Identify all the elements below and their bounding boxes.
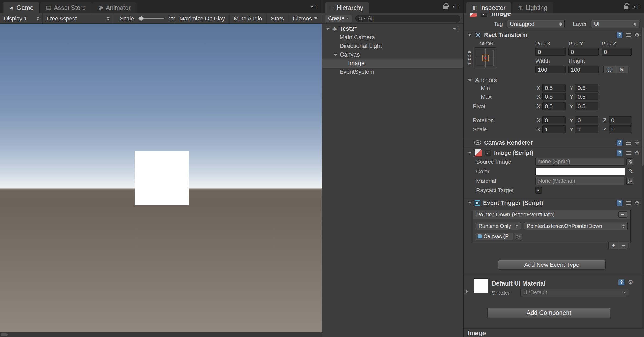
event-target-object-field[interactable]: Canvas (P: [476, 233, 513, 240]
hierarchy-item-main-camera[interactable]: Main Camera: [322, 33, 463, 42]
hierarchy-item-eventsystem[interactable]: EventSystem: [322, 68, 463, 76]
object-picker-icon[interactable]: ◎: [626, 158, 633, 165]
callback-function-dropdown[interactable]: PointerListener.OnPointerDown: [524, 222, 628, 230]
game-panel-menu-icon[interactable]: ≡: [311, 4, 317, 10]
tab-game[interactable]: ◄ Game: [3, 2, 39, 13]
color-swatch[interactable]: [535, 168, 625, 175]
rotation-z-field[interactable]: 0: [609, 116, 632, 124]
create-button[interactable]: Create: [325, 15, 352, 22]
rotation-y-field[interactable]: 0: [575, 116, 598, 124]
scale-y-field[interactable]: 1: [575, 125, 598, 133]
pivot-y-field[interactable]: 0.5: [575, 102, 598, 110]
hierarchy-item-directional-light[interactable]: Directional Light: [322, 42, 463, 50]
foldout-open-icon[interactable]: [468, 152, 472, 154]
pos-y-field[interactable]: 0: [568, 48, 599, 56]
presets-icon[interactable]: [626, 33, 631, 37]
help-icon[interactable]: ?: [617, 150, 622, 156]
hierarchy-search-input[interactable]: All: [355, 15, 460, 22]
gizmos-dropdown[interactable]: Gizmos: [288, 13, 322, 23]
scene-menu-icon[interactable]: ≡: [453, 26, 460, 32]
gear-icon[interactable]: ⚙: [628, 279, 633, 285]
tab-asset-store[interactable]: ▤ Asset Store: [40, 2, 92, 13]
rect-transform-header[interactable]: Rect Transform ? ⚙: [464, 30, 644, 39]
tab-hierarchy[interactable]: ≡ Hierarchy: [325, 2, 369, 13]
pivot-x-field[interactable]: 0.5: [542, 102, 566, 110]
aspect-dropdown[interactable]: Free Aspect: [43, 13, 113, 23]
foldout-open-icon[interactable]: [468, 34, 472, 36]
presets-icon[interactable]: [626, 201, 631, 205]
lock-icon[interactable]: [624, 6, 628, 9]
pos-x-field[interactable]: 0: [535, 48, 566, 56]
tab-animator[interactable]: ◉ Animator: [92, 2, 137, 13]
image-component-header[interactable]: ✓ Image (Script) ? ⚙: [464, 148, 644, 157]
foldout-closed-icon[interactable]: [466, 290, 468, 293]
remove-event-button[interactable]: −: [618, 242, 628, 249]
foldout-open-icon[interactable]: [468, 202, 472, 204]
stats-button[interactable]: Stats: [266, 13, 288, 23]
min-x-field[interactable]: 0.5: [542, 84, 566, 92]
preview-pane-header[interactable]: Image: [464, 328, 644, 337]
game-horizontal-scrollbar[interactable]: [0, 332, 322, 337]
hierarchy-panel-menu-icon[interactable]: ≡: [452, 4, 459, 10]
raw-edit-mode-button[interactable]: R: [616, 66, 628, 73]
lock-icon[interactable]: [443, 6, 448, 9]
material-object-field[interactable]: None (Material): [535, 177, 624, 185]
help-icon[interactable]: ?: [617, 32, 622, 38]
min-y-field[interactable]: 0.5: [575, 84, 598, 92]
hierarchy-item-canvas[interactable]: Canvas: [322, 50, 463, 59]
anchors-foldout[interactable]: Anchors: [464, 76, 497, 84]
layer-dropdown[interactable]: UI: [591, 20, 639, 28]
help-icon[interactable]: ?: [617, 200, 622, 206]
active-checkbox[interactable]: ✓: [481, 13, 487, 17]
game-viewport[interactable]: [0, 24, 322, 332]
source-image-object-field[interactable]: None (Sprite): [535, 158, 624, 166]
foldout-open-icon[interactable]: [468, 79, 472, 82]
scale-slider[interactable]: [138, 16, 164, 21]
game-ui-image[interactable]: [135, 151, 189, 205]
component-enabled-checkbox[interactable]: ✓: [485, 150, 491, 156]
slider-knob[interactable]: [139, 16, 144, 21]
scene-row[interactable]: ◆ Test2* ≡: [322, 24, 463, 33]
foldout-open-icon[interactable]: [326, 28, 330, 30]
remove-event-type-button[interactable]: −: [618, 211, 627, 218]
add-event-button[interactable]: +: [608, 242, 618, 249]
scrollbar-thumb[interactable]: [1, 333, 8, 336]
blueprint-mode-button[interactable]: [603, 66, 616, 73]
height-field[interactable]: 100: [568, 66, 599, 73]
runtime-mode-dropdown[interactable]: Runtime Only: [476, 222, 521, 230]
tag-dropdown[interactable]: Untagged: [507, 20, 565, 28]
presets-icon[interactable]: [626, 151, 631, 155]
foldout-open-icon[interactable]: [334, 54, 337, 56]
add-new-event-type-button[interactable]: Add New Event Type: [498, 260, 606, 270]
gameobject-name-field[interactable]: Image: [492, 13, 511, 17]
scrollbar-thumb[interactable]: [642, 27, 644, 166]
help-icon[interactable]: ?: [617, 140, 622, 146]
help-icon[interactable]: ?: [618, 279, 624, 285]
raycast-target-checkbox[interactable]: ✓: [535, 187, 542, 194]
canvas-renderer-header[interactable]: Canvas Renderer ? ⚙: [464, 138, 644, 147]
material-preview-thumbnail[interactable]: [474, 278, 488, 293]
event-trigger-header[interactable]: Event Trigger (Script) ? ⚙: [464, 198, 644, 207]
max-y-field[interactable]: 0.5: [575, 93, 598, 100]
width-field[interactable]: 100: [535, 66, 566, 73]
rotation-x-field[interactable]: 0: [542, 116, 566, 124]
inspector-scrollbar[interactable]: [642, 27, 644, 328]
maximize-on-play-button[interactable]: Maximize On Play: [175, 13, 229, 23]
shader-dropdown[interactable]: UI/Default: [520, 289, 628, 296]
scale-z-field[interactable]: 1: [609, 125, 632, 133]
object-picker-icon[interactable]: ◎: [626, 178, 633, 185]
scale-x-field[interactable]: 1: [542, 125, 566, 133]
display-dropdown[interactable]: Display 1: [0, 13, 43, 23]
gear-icon[interactable]: ⚙: [634, 32, 640, 38]
presets-icon[interactable]: [626, 141, 631, 145]
add-component-button[interactable]: Add Component: [487, 308, 610, 318]
eyedropper-icon[interactable]: ✎: [628, 168, 633, 174]
max-x-field[interactable]: 0.5: [542, 93, 566, 100]
mute-audio-button[interactable]: Mute Audio: [229, 13, 266, 23]
inspector-panel-menu-icon[interactable]: ≡: [633, 4, 640, 10]
hierarchy-item-image[interactable]: Image: [322, 59, 463, 68]
tab-inspector[interactable]: ◧ Inspector: [466, 2, 511, 13]
gear-icon[interactable]: ⚙: [634, 150, 640, 156]
gear-icon[interactable]: ⚙: [634, 200, 640, 206]
tab-lighting[interactable]: ☀ Lighting: [512, 2, 553, 13]
